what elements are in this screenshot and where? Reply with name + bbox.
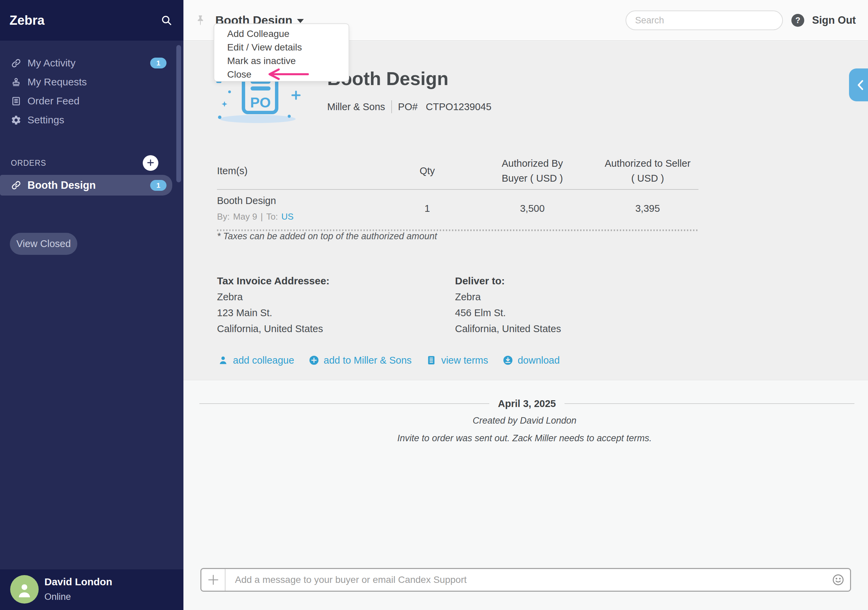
view-terms-link[interactable]: view terms [426, 355, 488, 366]
sidebar-nav: My Activity 1 My Requests Ord [0, 54, 172, 130]
pin-icon[interactable] [193, 14, 208, 28]
person-icon [16, 582, 33, 599]
authorized-seller-cell: 3,395 [597, 203, 699, 214]
orders-title: ORDERS [11, 159, 46, 168]
gear-icon [11, 115, 22, 125]
message-composer [200, 568, 851, 592]
collapse-panel-tab[interactable] [849, 68, 868, 101]
sidebar-item-my-requests[interactable]: My Requests [0, 73, 172, 91]
activity-count-badge: 1 [150, 57, 166, 68]
ship-to-link[interactable]: US [281, 212, 294, 222]
search-input[interactable] [626, 11, 783, 30]
menu-item-edit-view-details[interactable]: Edit / View details [214, 41, 349, 54]
add-to-vendor-link[interactable]: add to Miller & Sons [308, 355, 412, 366]
sidebar-item-label: Order Feed [28, 95, 79, 107]
to-label: To: [266, 212, 278, 222]
menu-item-add-colleague[interactable]: Add Colleague [214, 27, 349, 41]
by-date: May 9 [233, 212, 257, 222]
download-link[interactable]: download [502, 355, 560, 366]
sidebar-header: Zebra [0, 0, 183, 41]
stamp-icon [11, 77, 22, 87]
terms-document-icon [426, 355, 437, 366]
emoji-button[interactable] [826, 569, 850, 591]
sidebar-item-label: Settings [28, 114, 64, 126]
deliver-to-label: Deliver to: [455, 275, 561, 287]
add-order-button[interactable] [143, 155, 158, 171]
action-label: add colleague [233, 355, 294, 366]
po-icon-text: PO [250, 94, 271, 110]
action-label: view terms [441, 355, 488, 366]
sign-out-button[interactable]: Sign Out [812, 0, 856, 41]
item-subline: By: May 9 | To: US [217, 212, 386, 222]
help-button[interactable]: ? [791, 14, 804, 27]
address-line: California, United States [217, 323, 330, 334]
attach-button[interactable] [202, 569, 225, 591]
address-line: 456 Elm St. [455, 307, 561, 319]
sidebar-item-my-activity[interactable]: My Activity 1 [0, 54, 172, 73]
order-count-badge: 1 [150, 180, 166, 191]
download-icon [502, 355, 513, 366]
sidebar-item-booth-design[interactable]: Booth Design 1 [0, 175, 172, 195]
link-icon [11, 180, 22, 190]
chevron-left-icon [854, 78, 868, 92]
address-line: 123 Main St. [217, 307, 330, 319]
timeline-section: April 3, 2025 Created by David London In… [183, 380, 868, 610]
order-actions: add colleague add to Miller & Sons view … [218, 353, 560, 368]
timeline-event-text: Invite to order was sent out. Zack Mille… [183, 433, 866, 444]
column-header-authorized-seller: Authorized to Seller ( USD ) [597, 156, 699, 186]
tax-invoice-label: Tax Invoice Addressee: [217, 275, 330, 287]
sidebar-item-label: My Activity [28, 57, 76, 69]
link-icon [11, 58, 22, 68]
search-icon[interactable] [160, 14, 173, 26]
po-number: CTPO1239045 [426, 101, 491, 113]
pipe-separator: | [260, 212, 263, 222]
chevron-down-icon [297, 19, 304, 23]
order-options-menu: Add Colleague Edit / View details Mark a… [214, 23, 349, 82]
by-label: By: [217, 212, 230, 222]
sidebar: Zebra My Activity 1 [0, 0, 183, 610]
item-name: Booth Design [217, 195, 386, 206]
message-input[interactable] [225, 569, 826, 591]
column-header-authorized-buyer: Authorized By Buyer ( USD ) [468, 156, 597, 186]
brand-logo: Zebra [9, 13, 44, 28]
document-icon [11, 96, 22, 107]
table-row: Booth Design By: May 9 | To: US 1 3,500 … [217, 190, 699, 229]
qty-cell: 1 [386, 203, 468, 214]
sidebar-item-label: My Requests [28, 76, 87, 88]
order-detail-card: PO Booth Design Miller & Sons PO# CTPO12… [183, 41, 868, 380]
column-header-items: Item(s) [217, 163, 386, 178]
user-footer[interactable]: David London Online [0, 569, 183, 610]
date-divider: April 3, 2025 [199, 398, 854, 409]
deliver-to-address: Deliver to: Zebra 456 Elm St. California… [455, 275, 561, 334]
item-cell: Booth Design By: May 9 | To: US [217, 195, 386, 222]
add-colleague-link[interactable]: add colleague [218, 355, 294, 366]
action-label: download [518, 355, 560, 366]
plus-circle-icon [308, 355, 319, 366]
view-closed-button[interactable]: View Closed [10, 233, 77, 255]
authorized-buyer-cell: 3,500 [468, 203, 597, 214]
plus-icon [206, 573, 220, 587]
plus-icon [146, 158, 155, 169]
vertical-divider [391, 100, 392, 113]
items-table: Item(s) Qty Authorized By Buyer ( USD ) … [217, 156, 699, 231]
annotation-arrow [265, 67, 310, 81]
address-line: California, United States [455, 323, 561, 334]
column-header-qty: Qty [386, 163, 468, 178]
address-line: Zebra [455, 291, 561, 303]
app-root: Zebra My Activity 1 [0, 0, 868, 610]
menu-item-mark-as-inactive[interactable]: Mark as inactive [214, 54, 349, 68]
person-icon [218, 355, 228, 366]
vendor-name: Miller & Sons [327, 101, 385, 113]
orders-section-header: ORDERS [0, 155, 172, 171]
table-header-row: Item(s) Qty Authorized By Buyer ( USD ) … [217, 156, 699, 190]
sidebar-scrollbar-thumb[interactable] [176, 45, 181, 182]
order-item-label: Booth Design [28, 179, 96, 192]
tax-note: * Taxes can be added on top of the autho… [217, 231, 437, 242]
divider-line [564, 403, 854, 404]
sidebar-item-settings[interactable]: Settings [0, 110, 172, 130]
timeline-date: April 3, 2025 [498, 398, 556, 409]
po-label: PO# [398, 101, 418, 113]
avatar [10, 575, 39, 604]
tax-invoice-address: Tax Invoice Addressee: Zebra 123 Main St… [217, 275, 330, 334]
sidebar-item-order-feed[interactable]: Order Feed [0, 91, 172, 110]
